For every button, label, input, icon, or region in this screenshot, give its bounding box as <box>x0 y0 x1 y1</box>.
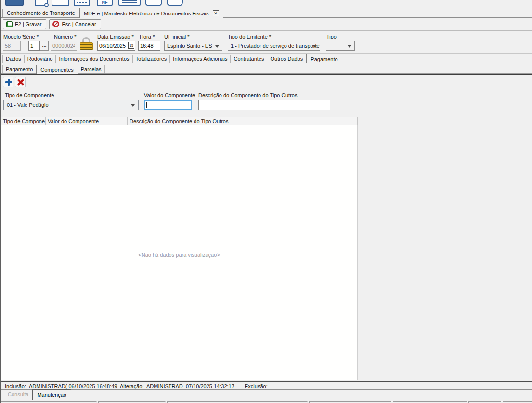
tab-informacoes-dos-documentos[interactable]: Informações dos Documentos <box>56 55 132 63</box>
serie-browse-button[interactable]: ... <box>40 41 49 51</box>
subtab-parcelas[interactable]: Parcelas <box>78 65 105 73</box>
status-panel-7 <box>503 401 532 403</box>
tipo-emitente-label: Tipo do Emitente * <box>228 34 271 39</box>
numero-label: Número * <box>54 34 76 39</box>
data-emissao-wrap: 15 <box>97 41 135 51</box>
cancel-icon <box>52 21 59 27</box>
toolbar-icon-4-dots <box>77 2 88 3</box>
cancel-button[interactable]: Esc | Cancelar <box>49 19 101 29</box>
window-status-bar <box>1 401 532 403</box>
components-grid-body[interactable]: <Não há dados para visualização> <box>1 125 358 380</box>
tab-label: MDF-e | Manifesto Eletrônico de Document… <box>84 11 209 16</box>
tipo-componente-select[interactable]: 01 - Vale Pedágio <box>3 100 139 110</box>
modelo-field[interactable] <box>3 41 21 51</box>
record-status-bar: Inclusão: ADMINISTRAD( 06/10/2025 16:48:… <box>1 381 532 390</box>
tab-mdfe[interactable]: MDF-e | Manifesto Eletrônico de Document… <box>79 8 223 18</box>
lock-icon[interactable] <box>79 37 93 50</box>
tab-outros-dados[interactable]: Outros Dados <box>267 55 306 63</box>
toolbar-icon-4[interactable] <box>74 0 90 6</box>
subtab-pagamento[interactable]: Pagamento <box>2 65 36 73</box>
serie-field[interactable] <box>28 41 40 51</box>
inclusao-label: Inclusão: <box>5 383 26 389</box>
save-button[interactable]: F2 | Gravar <box>3 19 46 29</box>
document-tab-bar: Conhecimento de Transporte MDF-e | Manif… <box>1 7 532 18</box>
tipo-emitente-select[interactable]: 1 - Prestador de serviço de transporte <box>228 41 320 51</box>
tab-dados[interactable]: Dados <box>2 55 25 63</box>
tab-pagamento[interactable]: Pagamento <box>306 54 342 63</box>
toolbar-icon-6[interactable] <box>118 0 141 6</box>
tab-informacoes-adicionais[interactable]: Informações Adicionais <box>170 55 231 63</box>
tab-contratantes[interactable]: Contratantes <box>231 55 267 63</box>
action-button-bar: F2 | Gravar Esc | Cancelar <box>1 18 532 31</box>
status-panel-6 <box>468 401 501 403</box>
toolbar-icon-8[interactable] <box>167 0 183 6</box>
hora-label: Hora * <box>140 34 155 39</box>
tab-label: Conhecimento de Transporte <box>7 10 75 16</box>
column-header-descricao[interactable]: Descrição do Componente do Tipo Outros <box>128 117 358 125</box>
hora-field[interactable] <box>138 41 160 51</box>
subtab-componentes[interactable]: Componentes <box>36 65 78 74</box>
uf-inicial-label: UF inicial * <box>164 34 190 39</box>
tab-totalizadores[interactable]: Totalizadores <box>133 55 170 63</box>
top-toolbar: NF <box>1 0 532 7</box>
inclusao-value: ADMINISTRAD( 06/10/2025 16:48:49 <box>29 383 117 389</box>
status-panel-4 <box>309 401 391 403</box>
text-caret <box>146 102 147 108</box>
status-panel-2 <box>98 401 166 403</box>
toolbar-icon-7[interactable] <box>145 0 162 6</box>
valor-componente-field[interactable] <box>144 100 192 110</box>
serie-label: Série * <box>23 34 39 39</box>
componentes-panel: Tipo de Componente Valor do Componente D… <box>1 75 532 381</box>
descricao-componente-label: Descrição do Componento do Tipo Outros <box>198 92 297 98</box>
alteracao-value: ADMINISTRAD 07/10/2025 14:32:17 <box>146 383 234 389</box>
save-icon <box>6 21 13 27</box>
pagamento-sub-tab-bar: Pagamento Componentes Parcelas <box>1 63 532 74</box>
tipo-componente-label: Tipo de Componente <box>5 92 54 98</box>
calendar-icon[interactable]: 15 <box>128 42 134 49</box>
components-grid-header: Tipo de Componente Valor do Componente D… <box>1 117 358 125</box>
column-header-tipo-componente[interactable]: Tipo de Componente <box>1 117 46 125</box>
data-emissao-label: Data Emissão * <box>97 34 134 39</box>
main-tab-bar: Dados Rodoviário Informações dos Documen… <box>1 54 532 63</box>
bottom-tab-manutencao[interactable]: Manutenção <box>32 389 71 400</box>
modelo-label: Modelo * <box>3 34 24 39</box>
valor-componente-label: Valor do Componente <box>144 92 195 98</box>
numero-field[interactable] <box>51 41 77 51</box>
tab-rodoviario[interactable]: Rodoviário <box>25 55 56 63</box>
toolbar-icon-1[interactable] <box>5 0 24 6</box>
application-window: NF Conhecimento de Transporte MDF-e | Ma… <box>0 0 532 403</box>
descricao-componente-field[interactable] <box>198 100 330 110</box>
status-panel-5 <box>393 401 467 403</box>
mode-tab-bar: Consulta Manutenção <box>1 390 532 401</box>
status-panel-1 <box>1 401 97 403</box>
status-panel-3 <box>167 401 308 403</box>
empty-grid-message: <Não há dados para visualização> <box>1 252 357 258</box>
exclusao-label: Exclusão: <box>245 383 268 389</box>
toolbar-icon-3[interactable] <box>52 0 69 6</box>
tipo-select[interactable] <box>326 41 355 51</box>
tipo-label: Tipo <box>326 34 337 39</box>
column-header-valor-componente[interactable]: Valor do Componente <box>46 117 128 125</box>
document-header-panel: Modelo * Série * ... Número * Data Emiss… <box>1 31 532 54</box>
tab-conhecimento-de-transporte[interactable]: Conhecimento de Transporte <box>2 9 79 17</box>
toolbar-icon-6-lines <box>122 0 137 3</box>
uf-inicial-select[interactable]: Espírito Santo - ES <box>164 41 222 51</box>
bottom-tab-consulta[interactable]: Consulta <box>4 390 32 399</box>
add-component-button[interactable] <box>3 77 13 87</box>
toolbar-icon-2[interactable] <box>35 0 48 6</box>
close-icon[interactable]: ✕ <box>213 10 219 16</box>
toolbar-icon-2-dot <box>44 3 49 7</box>
alteracao-label: Alteração: <box>120 383 144 389</box>
toolbar-icon-nfe[interactable]: NF <box>97 0 113 6</box>
delete-component-button[interactable] <box>15 77 26 87</box>
